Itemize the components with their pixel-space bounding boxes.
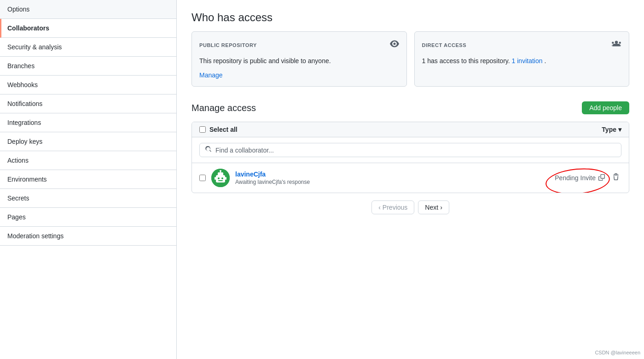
invitation-link[interactable]: 1 invitation [512,57,543,65]
sidebar-item-webhooks[interactable]: Webhooks [0,76,176,94]
who-has-access-title: Who has access [191,11,629,24]
people-icon [611,39,621,51]
eye-icon [390,39,399,51]
collab-checkbox[interactable] [199,175,206,181]
search-wrapper [199,143,621,157]
public-card-label: PUBLIC REPOSITORY [199,42,257,48]
avatar [211,169,230,187]
collab-username[interactable]: lavineCjfa [235,171,549,178]
access-cards: PUBLIC REPOSITORY This repository is pub… [191,31,629,87]
svg-rect-6 [215,177,216,180]
previous-button[interactable]: ‹ Previous [371,200,414,214]
chevron-down-icon: ▾ [618,126,621,133]
direct-card-label: DIRECT ACCESS [422,42,467,48]
svg-rect-7 [225,177,226,180]
svg-point-4 [221,177,223,179]
sidebar-item-actions[interactable]: Actions [0,151,176,170]
collab-status: Awaiting lavineCjfa's response [235,179,549,185]
access-table: Select all Type ▾ [191,122,629,193]
manage-link[interactable]: Manage [199,71,223,79]
direct-access-card: DIRECT ACCESS 1 has access to this repos… [414,31,630,87]
pending-badge-area: Pending Invite [555,174,605,182]
public-repo-card: PUBLIC REPOSITORY This repository is pub… [191,31,407,87]
watermark: CSDN @lavineeeen [595,350,640,355]
direct-card-header: DIRECT ACCESS [422,39,622,51]
sidebar-item-deploy-keys[interactable]: Deploy keys [0,132,176,151]
chevron-right-icon: › [440,204,442,211]
pending-invite-text: Pending Invite [555,174,596,182]
sidebar-item-notifications[interactable]: Notifications [0,94,176,113]
svg-point-9 [220,170,221,172]
direct-card-text: 1 has access to this repository. 1 invit… [422,56,622,66]
table-toolbar: Select all Type ▾ [192,122,629,137]
svg-rect-1 [216,175,225,182]
copy-icon[interactable] [598,174,605,182]
sidebar-item-pages[interactable]: Pages [0,208,176,227]
main-content: Who has access PUBLIC REPOSITORY This re… [177,0,644,359]
sidebar-item-environments[interactable]: Environments [0,170,176,189]
settings-sidebar: OptionsCollaboratorsSecurity & analysisB… [0,0,177,359]
manage-access-title: Manage access [191,103,256,113]
manage-access-header: Manage access Add people [191,101,629,114]
pagination: ‹ Previous Next › [191,193,629,222]
svg-rect-5 [218,180,223,181]
search-icon [205,146,212,154]
public-card-header: PUBLIC REPOSITORY [199,39,399,51]
sidebar-item-moderation[interactable]: Moderation settings [0,227,176,246]
type-dropdown[interactable]: Type ▾ [602,126,621,133]
sidebar-item-branches[interactable]: Branches [0,57,176,76]
select-all-label[interactable]: Select all [199,126,238,133]
collaborator-row: lavineCjfa Awaiting lavineCjfa's respons… [192,163,629,193]
next-button[interactable]: Next › [418,200,449,214]
chevron-left-icon: ‹ [378,204,381,211]
select-all-checkbox[interactable] [199,126,206,133]
sidebar-item-options[interactable]: Options [0,0,176,19]
sidebar-item-integrations[interactable]: Integrations [0,113,176,132]
search-row [192,137,629,163]
svg-point-3 [218,177,220,179]
public-card-text: This repository is public and visible to… [199,56,399,66]
search-collaborator-input[interactable] [215,147,615,154]
sidebar-item-collaborators[interactable]: Collaborators [0,19,176,38]
sidebar-item-security-analysis[interactable]: Security & analysis [0,38,176,57]
add-people-button[interactable]: Add people [582,101,629,114]
sidebar-item-secrets[interactable]: Secrets [0,189,176,208]
delete-collaborator-button[interactable] [610,171,621,184]
collab-info: lavineCjfa Awaiting lavineCjfa's respons… [235,171,549,185]
